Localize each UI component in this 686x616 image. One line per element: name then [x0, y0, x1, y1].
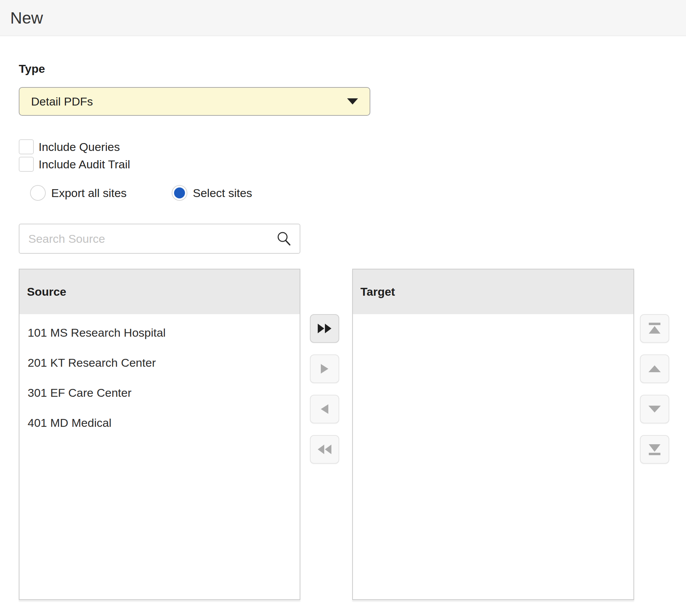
target-panel: Target [352, 269, 634, 600]
source-panel-header: Source [19, 269, 300, 314]
target-panel-header: Target [353, 269, 633, 314]
move-all-right-button[interactable] [310, 314, 339, 343]
type-dropdown[interactable]: Detail PDFs [19, 87, 370, 116]
search-source-box [19, 224, 300, 254]
select-sites-label[interactable]: Select sites [193, 186, 252, 200]
left-arrow-icon [320, 404, 329, 415]
double-right-arrow-icon [317, 323, 332, 334]
include-queries-checkbox[interactable] [19, 139, 34, 154]
list-item[interactable]: 201 KT Research Center [19, 348, 300, 378]
list-item[interactable]: 401 MD Medical [19, 408, 300, 438]
move-to-bottom-button[interactable] [640, 435, 669, 464]
include-queries-row: Include Queries [19, 139, 120, 155]
select-sites-radio[interactable] [172, 185, 187, 201]
type-label: Type [19, 62, 45, 75]
source-list: 101 MS Research Hospital201 KT Research … [19, 314, 300, 438]
include-audit-trail-row: Include Audit Trail [19, 156, 130, 172]
export-all-sites-radio[interactable] [30, 185, 46, 201]
move-left-button[interactable] [310, 395, 339, 423]
move-all-left-button[interactable] [310, 435, 339, 464]
export-all-sites-label[interactable]: Export all sites [51, 186, 127, 200]
target-list [353, 314, 633, 318]
list-item[interactable]: 101 MS Research Hospital [19, 318, 300, 348]
double-left-arrow-icon [317, 444, 332, 454]
export-all-sites-option: Export all sites [30, 185, 127, 201]
move-to-top-button[interactable] [640, 314, 669, 343]
chevron-down-icon [347, 98, 358, 104]
include-queries-label[interactable]: Include Queries [39, 140, 120, 154]
list-item[interactable]: 301 EF Care Center [19, 378, 300, 408]
include-audit-trail-label[interactable]: Include Audit Trail [39, 158, 130, 171]
right-arrow-icon [320, 363, 329, 374]
move-right-button[interactable] [310, 354, 339, 383]
up-arrow-icon [648, 365, 661, 373]
select-sites-option: Select sites [172, 185, 252, 201]
page-title: New [10, 9, 43, 27]
move-down-button[interactable] [640, 395, 669, 423]
move-to-top-icon [648, 323, 661, 334]
dialog-header: New [0, 0, 686, 36]
source-panel: Source 101 MS Research Hospital201 KT Re… [19, 269, 300, 600]
search-icon [276, 231, 291, 247]
move-to-bottom-icon [648, 444, 661, 455]
search-source-input[interactable] [28, 232, 276, 246]
move-up-button[interactable] [640, 354, 669, 383]
include-audit-trail-checkbox[interactable] [19, 157, 34, 172]
type-dropdown-value: Detail PDFs [31, 95, 93, 108]
down-arrow-icon [648, 405, 661, 413]
